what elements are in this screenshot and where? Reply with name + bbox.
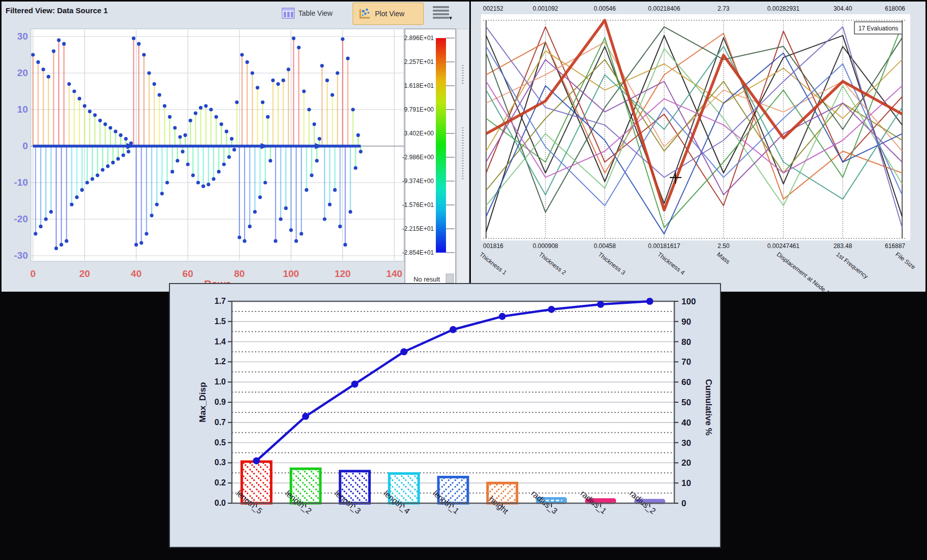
- table-view-label: Table View: [298, 9, 332, 17]
- parallel-plot-canvas[interactable]: 002152001816Thickness 10.0010920.000908T…: [471, 2, 925, 292]
- pareto-canvas[interactable]: length_5length_2length_3length_4length_1…: [170, 284, 720, 547]
- left-axis-title: Max_Disp: [198, 382, 208, 422]
- svg-text:60: 60: [183, 268, 193, 279]
- svg-text:0.2: 0.2: [215, 478, 226, 487]
- table-icon: [282, 7, 295, 19]
- no-result-swatch: [446, 274, 454, 283]
- axis-name: Thickness 3: [597, 251, 627, 276]
- axis-bottom-value: 0.000908: [533, 242, 558, 250]
- svg-text:1.4: 1.4: [215, 337, 226, 346]
- cumulative-point[interactable]: [597, 301, 604, 308]
- axis-top-value: 0.00546: [594, 5, 616, 12]
- axis-name: 1st Frequency: [835, 251, 870, 280]
- filtered-view-panel: 3020100-10-20-30020406080100120140Rows2.…: [2, 2, 469, 292]
- svg-text:0.7: 0.7: [215, 418, 226, 427]
- svg-text:80: 80: [234, 268, 245, 279]
- svg-text:0.3: 0.3: [215, 458, 226, 467]
- svg-text:20: 20: [17, 67, 28, 78]
- svg-text:0.5: 0.5: [215, 438, 226, 447]
- svg-text:40: 40: [681, 418, 691, 428]
- svg-text:50: 50: [681, 398, 691, 407]
- cumulative-point[interactable]: [450, 326, 457, 333]
- svg-text:1.0: 1.0: [215, 377, 226, 386]
- svg-text:140: 140: [386, 268, 402, 279]
- colorbar-legend: 2.896E+012.257E+011.618E+019.791E+003.40…: [402, 29, 456, 287]
- svg-text:0: 0: [22, 141, 28, 151]
- axis-bottom-value: 616887: [885, 242, 905, 250]
- parallel-coordinates-panel: 002152001816Thickness 10.0010920.000908T…: [471, 2, 925, 292]
- axis-bottom-value: 283.48: [834, 242, 852, 250]
- axis-name: Mass: [715, 251, 731, 265]
- axis-name: Thickness 2: [537, 251, 567, 276]
- svg-text:1.618E+01: 1.618E+01: [404, 82, 434, 89]
- axis-name: Thickness 1: [478, 251, 508, 276]
- plot-view-button[interactable]: Plot View: [353, 3, 424, 25]
- svg-text:-2.854E+01: -2.854E+01: [402, 249, 434, 256]
- cumulative-point[interactable]: [302, 413, 309, 420]
- cumulative-point[interactable]: [253, 457, 260, 464]
- axis-bottom-value: 2.50: [717, 242, 730, 250]
- plot-view-label: Plot View: [375, 10, 404, 18]
- filtered-view-header: Filtered View: Data Source 1 Table View …: [2, 2, 469, 26]
- axis-top-value: 002152: [483, 5, 503, 12]
- svg-text:0: 0: [30, 268, 36, 279]
- axis-name: Displacement at Node 1902: [775, 251, 839, 292]
- cumulative-point[interactable]: [351, 380, 358, 388]
- svg-text:90: 90: [681, 317, 691, 327]
- axis-bottom-value: 001816: [483, 242, 503, 250]
- svg-text:-30: -30: [14, 250, 28, 261]
- no-result-label: No result: [414, 275, 440, 283]
- svg-text:10: 10: [17, 104, 28, 115]
- right-axis-title: Cumulative %: [704, 379, 713, 435]
- svg-text:70: 70: [681, 357, 691, 367]
- axis-bottom-value: 0.00247461: [767, 242, 800, 250]
- svg-text:2.896E+01: 2.896E+01: [404, 34, 434, 42]
- plot-view-icon: [358, 7, 371, 20]
- svg-text:1.5: 1.5: [215, 317, 226, 326]
- axis-name: File Size: [894, 251, 917, 271]
- svg-text:30: 30: [17, 31, 28, 42]
- parallel-plot: 002152001816Thickness 10.0010920.000908T…: [478, 5, 917, 292]
- svg-text:10: 10: [681, 478, 691, 488]
- svg-text:30: 30: [681, 438, 691, 448]
- svg-text:-2.986E+00: -2.986E+00: [402, 154, 434, 161]
- pareto-panel: length_5length_2length_3length_4length_1…: [169, 283, 721, 548]
- cumulative-point[interactable]: [548, 306, 555, 313]
- svg-text:2.257E+01: 2.257E+01: [404, 58, 434, 65]
- svg-text:0.0: 0.0: [215, 499, 226, 507]
- svg-text:1.2: 1.2: [215, 357, 226, 366]
- pareto-chart: length_5length_2length_3length_4length_1…: [198, 297, 713, 516]
- cumulative-point[interactable]: [646, 298, 654, 305]
- svg-text:3.402E+00: 3.402E+00: [404, 130, 434, 137]
- svg-text:-2.215E+01: -2.215E+01: [402, 225, 434, 232]
- svg-text:40: 40: [131, 268, 142, 279]
- table-view-button[interactable]: Table View: [277, 3, 337, 24]
- svg-text:-20: -20: [14, 214, 28, 224]
- svg-text:100: 100: [283, 268, 299, 279]
- svg-text:0: 0: [681, 499, 686, 508]
- menu-icon[interactable]: [433, 6, 449, 20]
- svg-text:9.791E+00: 9.791E+00: [404, 106, 434, 113]
- svg-text:80: 80: [681, 337, 691, 347]
- axis-top-value: 0.001092: [533, 5, 558, 12]
- svg-text:-1.576E+01: -1.576E+01: [402, 201, 434, 208]
- svg-text:-10: -10: [14, 177, 28, 188]
- svg-text:20: 20: [79, 268, 90, 279]
- cumulative-point[interactable]: [499, 313, 506, 320]
- svg-text:-9.374E+00: -9.374E+00: [402, 178, 434, 185]
- axis-top-value: 0.00218406: [648, 5, 680, 12]
- svg-text:17 Evaluations: 17 Evaluations: [859, 25, 899, 32]
- axis-top-value: 2.73: [717, 5, 730, 12]
- svg-text:100: 100: [681, 297, 696, 306]
- svg-text:1.7: 1.7: [215, 297, 226, 305]
- cumulative-point[interactable]: [400, 348, 407, 356]
- evaluations-badge: 17 Evaluations: [854, 22, 902, 34]
- axis-top-value: 618006: [885, 5, 905, 12]
- svg-text:60: 60: [681, 377, 691, 387]
- svg-text:0.9: 0.9: [215, 398, 226, 406]
- svg-text:120: 120: [334, 268, 351, 279]
- page-title: Filtered View: Data Source 1: [6, 6, 108, 15]
- stem-chart-canvas[interactable]: 3020100-10-20-30020406080100120140Rows2.…: [2, 2, 469, 292]
- chevron-down-icon[interactable]: ▼: [448, 15, 453, 21]
- axis-bottom-value: 0.00458: [594, 242, 616, 250]
